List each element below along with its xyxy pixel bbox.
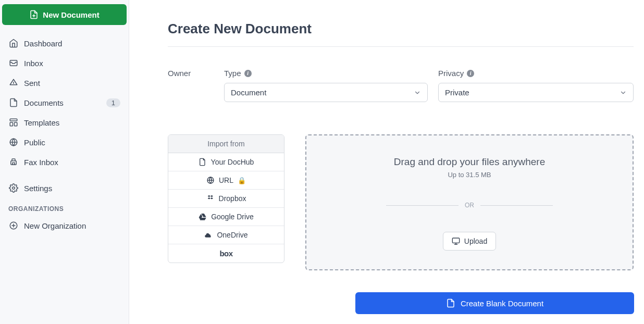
svg-rect-5: [10, 122, 13, 126]
sidebar-item-dashboard[interactable]: Dashboard: [0, 33, 129, 53]
sidebar-item-settings[interactable]: Settings: [0, 178, 129, 198]
import-item-url[interactable]: URL 🔒: [168, 171, 284, 190]
dochub-icon: [199, 158, 207, 166]
upload-button[interactable]: Upload: [443, 232, 496, 251]
file-plus-icon: [29, 10, 39, 19]
import-item-label: URL: [219, 176, 233, 184]
owner-label: Owner: [168, 69, 214, 78]
dropzone-title: Drag and drop your files anywhere: [317, 156, 622, 168]
import-item-google-drive[interactable]: Google Drive: [168, 208, 284, 226]
plus-circle-icon: [8, 220, 19, 231]
sidebar-nav: Dashboard Inbox Sent Documents 1 T: [0, 33, 129, 198]
file-icon: [8, 97, 19, 108]
chevron-down-icon: [620, 89, 627, 96]
type-select-value: Document: [231, 88, 266, 97]
sidebar-item-documents[interactable]: Documents 1: [0, 93, 129, 113]
sidebar-item-label: Sent: [24, 79, 40, 88]
svg-rect-4: [10, 119, 17, 121]
import-area: Import from Your DocHub URL 🔒 Dropbox: [168, 134, 634, 270]
sidebar-item-label: Public: [24, 138, 45, 147]
file-dropzone[interactable]: Drag and drop your files anywhere Up to …: [305, 134, 634, 270]
import-item-label: Google Drive: [211, 213, 254, 221]
documents-badge: 1: [106, 98, 120, 107]
gear-icon: [8, 183, 19, 193]
privacy-label: Privacy i: [438, 69, 634, 78]
upload-label: Upload: [464, 237, 487, 245]
svg-point-11: [13, 187, 15, 190]
page-title: Create New Document: [168, 21, 634, 47]
lock-icon: 🔒: [238, 177, 246, 184]
privacy-select-value: Private: [445, 88, 469, 97]
import-header: Import from: [168, 135, 284, 153]
import-item-label: Dropbox: [219, 194, 246, 203]
inbox-icon: [8, 58, 19, 68]
sidebar-item-fax-inbox[interactable]: Fax Inbox: [0, 152, 129, 172]
type-select[interactable]: Document: [224, 83, 428, 102]
sidebar-item-label: Templates: [24, 118, 59, 127]
privacy-column: Privacy i Private: [438, 69, 634, 102]
import-item-onedrive[interactable]: OneDrive: [168, 226, 284, 244]
file-icon: [446, 298, 455, 308]
sidebar-item-label: New Organization: [24, 221, 86, 230]
type-column: Type i Document: [224, 69, 428, 102]
svg-rect-10: [13, 163, 15, 165]
import-item-dropbox[interactable]: Dropbox: [168, 190, 284, 208]
templates-icon: [8, 117, 19, 128]
google-drive-icon: [199, 213, 207, 221]
import-panel: Import from Your DocHub URL 🔒 Dropbox: [168, 134, 284, 263]
globe-icon: [8, 137, 19, 147]
dropbox-icon: [206, 194, 215, 203]
dropzone-subtitle: Up to 31.5 MB: [317, 171, 622, 179]
type-label: Type i: [224, 69, 428, 78]
create-blank-document-button[interactable]: Create Blank Document: [355, 292, 634, 314]
import-item-label: OneDrive: [217, 231, 247, 239]
organizations-section-label: ORGANIZATIONS: [0, 198, 129, 216]
new-document-label: New Document: [43, 10, 99, 19]
sidebar-item-label: Fax Inbox: [24, 158, 58, 167]
sidebar-item-inbox[interactable]: Inbox: [0, 53, 129, 73]
sidebar-item-label: Dashboard: [24, 39, 62, 48]
chevron-down-icon: [414, 89, 421, 96]
sidebar-item-public[interactable]: Public: [0, 132, 129, 152]
or-divider: OR: [386, 202, 553, 209]
fax-icon: [8, 157, 19, 167]
sidebar-item-templates[interactable]: Templates: [0, 113, 129, 132]
sidebar-item-label: Settings: [24, 184, 52, 193]
create-blank-label: Create Blank Document: [461, 299, 543, 308]
main-content: Create New Document Owner Type i Documen…: [129, 0, 644, 324]
sidebar-item-label: Documents: [24, 98, 64, 107]
svg-rect-17: [452, 238, 459, 243]
sidebar-item-sent[interactable]: Sent: [0, 73, 129, 93]
import-item-box[interactable]: box: [168, 244, 284, 263]
info-icon[interactable]: i: [244, 70, 252, 77]
box-icon: box: [219, 249, 232, 258]
home-icon: [8, 38, 19, 48]
form-row: Owner Type i Document Privacy i Private: [168, 69, 634, 102]
import-item-label: Your DocHub: [211, 158, 254, 166]
owner-column: Owner: [168, 69, 214, 102]
import-item-dochub[interactable]: Your DocHub: [168, 153, 284, 171]
new-document-button[interactable]: New Document: [2, 4, 127, 25]
sidebar: New Document Dashboard Inbox Sent Docum: [0, 0, 129, 324]
sent-icon: [8, 78, 19, 88]
sidebar-item-new-organization[interactable]: New Organization: [0, 216, 129, 235]
svg-rect-6: [15, 122, 17, 126]
sidebar-item-label: Inbox: [24, 59, 43, 68]
globe-icon: [206, 176, 215, 184]
info-icon[interactable]: i: [467, 70, 474, 77]
monitor-icon: [452, 237, 460, 245]
onedrive-icon: [204, 231, 213, 239]
or-label: OR: [465, 202, 474, 209]
privacy-select[interactable]: Private: [438, 83, 634, 102]
